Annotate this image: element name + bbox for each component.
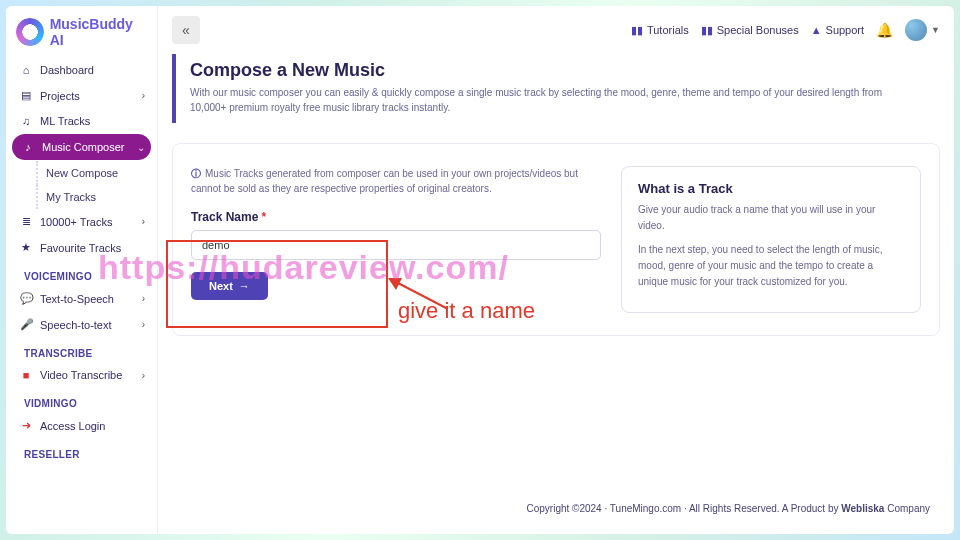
gift-icon: ▮▮ [701, 24, 713, 37]
chevron-right-icon: › [142, 319, 145, 330]
footer-text-a: Copyright ©2024 · TuneMingo.com · All Ri… [526, 503, 841, 514]
sidebar-item-video-transcribe[interactable]: ■ Video Transcribe › [12, 363, 151, 387]
chevron-right-icon: › [142, 370, 145, 381]
section-head-reseller: RESELLER [12, 439, 151, 464]
chevron-right-icon: › [142, 293, 145, 304]
mic-icon: 🎤 [20, 318, 32, 331]
sidebar-item-favourites[interactable]: ★ Favourite Tracks [12, 235, 151, 260]
logo-mark-icon [16, 18, 44, 46]
app-window: MusicBuddy AI ⌂ Dashboard ▤ Projects › ♫… [6, 6, 954, 534]
login-icon: ➜ [20, 419, 32, 432]
sidebar-item-label: Music Composer [42, 141, 125, 153]
chevron-down-icon: ⌄ [137, 142, 145, 153]
user-menu[interactable]: ▼ [905, 19, 940, 41]
sidebar-item-access-login[interactable]: ➜ Access Login [12, 413, 151, 438]
brand-name: MusicBuddy AI [50, 16, 149, 48]
sidebar-item-label: Access Login [40, 420, 105, 432]
video-icon: ■ [20, 369, 32, 381]
sidebar-item-tts[interactable]: 💬 Text-to-Speech › [12, 286, 151, 311]
section-head-transcribe: TRANSCRIBE [12, 338, 151, 363]
sidebar-item-ml-tracks[interactable]: ♫ ML Tracks [12, 109, 151, 133]
sidebar-sub-my-tracks[interactable]: My Tracks [36, 185, 151, 209]
info-card-title: What is a Track [638, 181, 904, 196]
topnav-label: Special Bonuses [717, 24, 799, 36]
sidebar-item-label: Video Transcribe [40, 369, 122, 381]
sidebar-nav: ⌂ Dashboard ▤ Projects › ♫ ML Tracks ♪ M… [6, 58, 157, 464]
composer-form: ⓘMusic Tracks generated from composer ca… [191, 166, 601, 300]
topnav-support[interactable]: ▲ Support [811, 24, 864, 36]
chevron-right-icon: › [142, 216, 145, 227]
topnav-label: Support [826, 24, 865, 36]
footer-brand: Webliska [841, 503, 884, 514]
sidebar: MusicBuddy AI ⌂ Dashboard ▤ Projects › ♫… [6, 6, 158, 534]
sidebar-item-label: Favourite Tracks [40, 242, 121, 254]
page-hero: Compose a New Music With our music compo… [172, 54, 940, 123]
composer-card: ⓘMusic Tracks generated from composer ca… [172, 143, 940, 336]
sidebar-item-label: Speech-to-text [40, 319, 112, 331]
info-card: What is a Track Give your audio track a … [621, 166, 921, 313]
support-icon: ▲ [811, 24, 822, 36]
chevron-right-icon: › [142, 90, 145, 101]
footer-text-b: Company [884, 503, 930, 514]
next-button[interactable]: Next → [191, 272, 268, 300]
list-icon: ≣ [20, 215, 32, 228]
music-icon: ♫ [20, 115, 32, 127]
sidebar-item-label: Dashboard [40, 64, 94, 76]
required-asterisk: * [261, 210, 266, 224]
sidebar-item-label: Text-to-Speech [40, 293, 114, 305]
bell-icon[interactable]: 🔔 [876, 22, 893, 38]
field-label-text: Track Name [191, 210, 258, 224]
projects-icon: ▤ [20, 89, 32, 102]
info-card-p2: In the next step, you need to select the… [638, 242, 904, 290]
sidebar-item-library[interactable]: ≣ 10000+ Tracks › [12, 209, 151, 234]
chevron-double-left-icon: « [182, 22, 190, 38]
topnav-bonuses[interactable]: ▮▮ Special Bonuses [701, 24, 799, 37]
topnav-tutorials[interactable]: ▮▮ Tutorials [631, 24, 689, 37]
info-card-p1: Give your audio track a name that you wi… [638, 202, 904, 234]
sidebar-item-label: ML Tracks [40, 115, 90, 127]
arrow-right-icon: → [239, 280, 250, 292]
page-title: Compose a New Music [190, 60, 930, 81]
home-icon: ⌂ [20, 64, 32, 76]
info-icon: ⓘ [191, 168, 201, 179]
sidebar-item-projects[interactable]: ▤ Projects › [12, 83, 151, 108]
book-icon: ▮▮ [631, 24, 643, 37]
sidebar-item-stt[interactable]: 🎤 Speech-to-text › [12, 312, 151, 337]
composer-submenu: New Compose My Tracks [12, 161, 151, 209]
section-head-voicemingo: VOICEMINGO [12, 261, 151, 286]
track-name-input[interactable] [191, 230, 601, 260]
caret-down-icon: ▼ [931, 25, 940, 35]
sidebar-item-label: 10000+ Tracks [40, 216, 112, 228]
composer-info-text: Music Tracks generated from composer can… [191, 168, 578, 194]
section-head-vidmingo: VIDMINGO [12, 388, 151, 413]
main-pane: « ▮▮ Tutorials ▮▮ Special Bonuses ▲ Supp… [158, 6, 954, 534]
sidebar-item-label: Projects [40, 90, 80, 102]
brand-name-b: AI [50, 32, 64, 48]
sidebar-item-music-composer[interactable]: ♪ Music Composer ⌄ [12, 134, 151, 160]
topbar: « ▮▮ Tutorials ▮▮ Special Bonuses ▲ Supp… [158, 6, 954, 54]
page-subtitle: With our music composer you can easily &… [190, 85, 910, 115]
topnav-label: Tutorials [647, 24, 689, 36]
note-icon: ♪ [22, 141, 34, 153]
brand-logo[interactable]: MusicBuddy AI [6, 6, 157, 58]
chat-icon: 💬 [20, 292, 32, 305]
page-footer: Copyright ©2024 · TuneMingo.com · All Ri… [172, 487, 940, 522]
composer-info: ⓘMusic Tracks generated from composer ca… [191, 166, 601, 196]
star-icon: ★ [20, 241, 32, 254]
avatar [905, 19, 927, 41]
content: Compose a New Music With our music compo… [158, 54, 954, 534]
track-name-label: Track Name* [191, 210, 601, 224]
sidebar-sub-new-compose[interactable]: New Compose [36, 161, 151, 185]
collapse-sidebar-button[interactable]: « [172, 16, 200, 44]
sidebar-item-dashboard[interactable]: ⌂ Dashboard [12, 58, 151, 82]
brand-name-a: MusicBuddy [50, 16, 133, 32]
next-button-label: Next [209, 280, 233, 292]
